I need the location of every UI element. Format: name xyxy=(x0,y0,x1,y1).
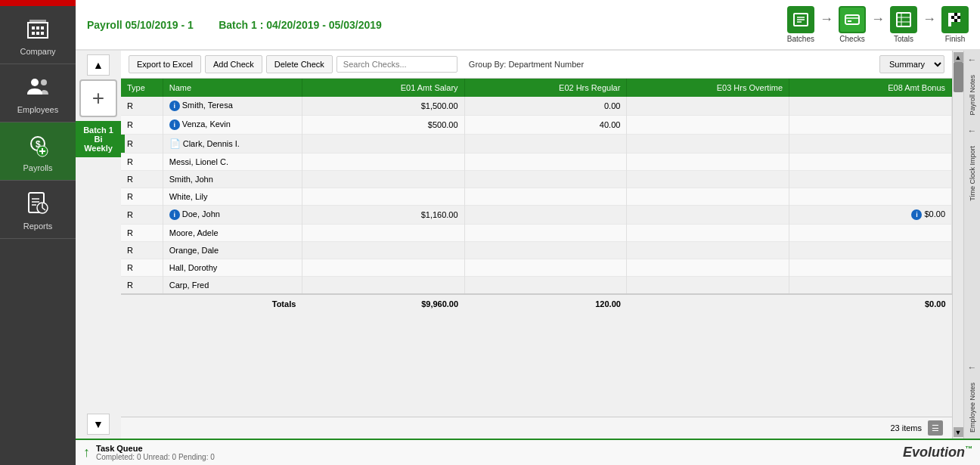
col-e01: E01 Amt Salary xyxy=(302,79,464,97)
bottom-bar: ↑ Task Queue Completed: 0 Unread: 0 Pend… xyxy=(76,439,980,465)
svg-rect-6 xyxy=(41,32,44,35)
totals-label: Totals xyxy=(894,35,913,43)
sidebar-item-company[interactable]: Company xyxy=(0,6,76,64)
svg-rect-42 xyxy=(957,19,960,22)
svg-rect-38 xyxy=(954,16,957,19)
svg-rect-37 xyxy=(951,16,954,19)
svg-rect-28 xyxy=(848,20,851,22)
totals-icon xyxy=(890,6,917,33)
table-row[interactable]: RiVenza, Kevin$500.0040.00 xyxy=(121,116,952,135)
time-clock-tab[interactable]: Time Clock Import xyxy=(966,140,978,207)
arrow-2: → xyxy=(871,11,885,38)
col-e03: E03 Hrs Overtime xyxy=(627,79,789,97)
content-area: ▲ + Batch 1 Bi Weekly ▼ Export to Excel … xyxy=(76,51,980,439)
status-bar: 23 items ☰ xyxy=(121,417,952,439)
table-row[interactable]: RCarp, Fred xyxy=(121,277,952,295)
arrow-1: → xyxy=(820,11,833,38)
search-input[interactable] xyxy=(336,56,457,73)
right-panel: ← Payroll Notes ← Time Clock Import ← Em… xyxy=(963,51,980,439)
sidebar-item-employees[interactable]: Employees xyxy=(0,64,76,122)
payroll-title: Payroll 05/10/2019 - 1 xyxy=(87,19,194,31)
svg-rect-4 xyxy=(32,32,35,35)
main-table-area: Export to Excel Add Check Delete Check G… xyxy=(121,51,952,439)
svg-point-8 xyxy=(31,79,39,86)
nav-up-button[interactable]: ▲ xyxy=(87,54,110,76)
sidebar-top-bar xyxy=(0,0,76,6)
payroll-notes-tab[interactable]: Payroll Notes xyxy=(966,69,978,122)
evolution-logo: Evolution™ xyxy=(903,445,972,460)
batch-title: Batch 1 : 04/20/2019 - 05/03/2019 xyxy=(219,19,382,31)
svg-rect-39 xyxy=(957,16,960,19)
vertical-scrollbar[interactable]: ▲ ▼ xyxy=(952,51,963,439)
table-row[interactable]: RHall, Dorothy xyxy=(121,259,952,277)
reports-label: Reports xyxy=(23,222,53,231)
table-row[interactable]: RMessi, Lionel C. xyxy=(121,153,952,171)
workflow-finish[interactable]: Finish xyxy=(941,6,969,43)
secondary-toolbar: Export to Excel Add Check Delete Check G… xyxy=(121,51,952,79)
items-count: 23 items xyxy=(890,423,922,432)
svg-rect-2 xyxy=(36,26,39,29)
right-panel-arrow-mid[interactable]: ← xyxy=(968,122,977,140)
export-excel-button[interactable]: Export to Excel xyxy=(129,55,201,73)
summary-select[interactable]: Summary Detail xyxy=(879,55,944,73)
employees-icon xyxy=(23,72,53,102)
svg-rect-1 xyxy=(32,26,35,29)
employees-label: Employees xyxy=(17,105,58,114)
svg-rect-40 xyxy=(951,19,954,22)
add-check-button[interactable]: Add Check xyxy=(205,55,262,73)
reports-icon xyxy=(23,188,53,219)
company-icon xyxy=(23,14,53,44)
batch-select-button[interactable]: Batch 1 Bi Weekly xyxy=(76,121,125,157)
nav-down-button[interactable]: ▼ xyxy=(87,414,110,435)
finish-label: Finish xyxy=(945,35,966,43)
info-icon[interactable]: i xyxy=(169,101,180,111)
group-by-label: Group By: Department Number xyxy=(469,60,584,69)
scroll-up-arrow[interactable]: ▲ xyxy=(954,52,963,62)
workflow-totals[interactable]: Totals xyxy=(890,6,917,43)
scroll-down-arrow[interactable]: ▼ xyxy=(954,427,963,437)
table-row[interactable]: RWhite, Lily xyxy=(121,188,952,206)
totals-row: Totals $9,960.00 120.00 $0.00 xyxy=(121,294,952,313)
info-icon[interactable]: i xyxy=(169,119,180,130)
employee-notes-tab[interactable]: Employee Notes xyxy=(966,377,978,439)
col-e02: E02 Hrs Regular xyxy=(464,79,627,97)
table-row[interactable]: RSmith, John xyxy=(121,171,952,188)
svg-rect-26 xyxy=(845,15,859,24)
svg-rect-36 xyxy=(957,13,960,16)
batches-icon xyxy=(787,6,814,33)
checks-label: Checks xyxy=(839,35,864,43)
table-scroll-container[interactable]: Type Name E01 Amt Salary E02 Hrs Regular… xyxy=(121,79,952,417)
info-icon[interactable]: i xyxy=(169,209,180,220)
svg-rect-29 xyxy=(897,13,910,26)
svg-rect-35 xyxy=(954,13,957,16)
svg-rect-34 xyxy=(951,13,954,16)
table-row[interactable]: ROrange, Dale xyxy=(121,242,952,259)
delete-check-button[interactable]: Delete Check xyxy=(266,55,333,73)
right-panel-arrow-emp[interactable]: ← xyxy=(968,358,977,377)
col-name: Name xyxy=(163,79,302,97)
payrolls-icon: $ xyxy=(23,130,53,160)
finish-icon xyxy=(941,6,969,33)
table-row[interactable]: R📄Clark, Dennis I. xyxy=(121,135,952,153)
right-panel-arrow-up[interactable]: ← xyxy=(968,51,977,69)
scroll-track[interactable] xyxy=(953,62,963,427)
company-label: Company xyxy=(20,47,55,56)
doc-icon: 📄 xyxy=(169,138,181,149)
table-row[interactable]: RMoore, Adele xyxy=(121,225,952,242)
workflow-checks[interactable]: Checks xyxy=(839,6,866,43)
svg-rect-7 xyxy=(29,20,46,23)
scroll-thumb[interactable] xyxy=(954,62,963,92)
main-content: Payroll 05/10/2019 - 1 Batch 1 : 04/20/2… xyxy=(76,0,980,465)
svg-rect-5 xyxy=(36,32,39,35)
sidebar-item-reports[interactable]: Reports xyxy=(0,181,76,239)
list-options-icon[interactable]: ☰ xyxy=(928,420,943,436)
task-queue-label: Task Queue xyxy=(96,444,215,453)
batches-label: Batches xyxy=(787,35,814,43)
table-row[interactable]: RiSmith, Teresa$1,500.000.00 xyxy=(121,97,952,116)
sidebar-item-payrolls[interactable]: $ Payrolls xyxy=(0,122,76,181)
add-record-button[interactable]: + xyxy=(79,79,117,117)
table-row[interactable]: RiDoe, John$1,160.00i$0.00 xyxy=(121,206,952,225)
workflow-batches[interactable]: Batches xyxy=(787,6,814,43)
info-icon[interactable]: i xyxy=(911,209,922,220)
left-nav: ▲ + Batch 1 Bi Weekly ▼ xyxy=(76,51,121,439)
